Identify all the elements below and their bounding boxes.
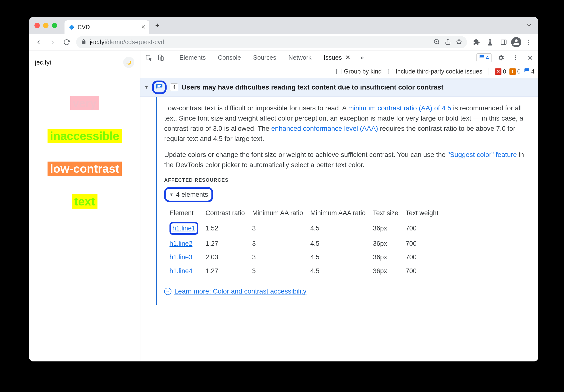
window-controls [34,23,57,28]
issue-header[interactable]: ▼ 4 Users may have difficulties reading … [140,78,538,97]
issue-paragraph-2: Update colors or change the font size or… [164,150,530,170]
col-element: Element [169,206,205,220]
svg-point-15 [515,59,516,60]
svg-rect-5 [501,40,506,44]
toolbar: jec.fyi/demo/cds-quest-cvd [29,34,538,50]
devtools-tab-bar: Elements Console Sources Network Issues … [140,50,538,65]
tab-elements[interactable]: Elements [174,50,211,65]
bookmark-icon[interactable] [456,39,462,46]
link-suggest-color[interactable]: "Suggest color" feature [447,151,517,158]
lock-icon [81,39,86,45]
svg-point-7 [528,40,530,41]
third-party-checkbox[interactable]: Include third-party cookie issues [388,68,482,75]
table-row: h1.line21.2734.536px700 [169,237,445,250]
content-area: jec.fyi 🌙 very inaccessible low-contrast… [29,50,538,362]
tab-close-button[interactable]: ✕ [141,24,146,30]
element-link[interactable]: h1.line1 [172,225,195,232]
favicon-icon: 🔷 [68,24,75,30]
inspect-element-icon[interactable] [143,52,154,63]
svg-point-9 [528,43,530,45]
tabs-dropdown-button[interactable] [526,22,533,29]
reload-button[interactable] [61,36,73,48]
dark-mode-toggle[interactable]: 🌙 [123,57,134,68]
share-icon[interactable] [445,39,451,46]
new-tab-button[interactable]: + [152,20,163,30]
issues-count-chip[interactable]: 4 [477,53,492,62]
sidepanel-icon[interactable] [497,36,510,48]
tab-title: CVD [78,24,138,30]
forward-button[interactable] [47,36,59,48]
tab-close-icon[interactable]: ✕ [345,54,351,61]
labs-icon[interactable] [484,36,496,48]
tab-issues[interactable]: Issues ✕ [318,50,356,65]
issue-paragraph-1: Low-contrast text is difficult or imposs… [164,103,530,144]
url-text: jec.fyi/demo/cds-quest-cvd [90,38,165,46]
minimize-window-button[interactable] [43,23,49,28]
elements-toggle[interactable]: ▼ 4 elements [164,187,213,202]
devtools-menu-icon[interactable] [510,52,521,63]
tab-console[interactable]: Console [212,50,246,65]
element-link[interactable]: h1.line3 [169,253,193,261]
demo-line-1: very [70,96,99,110]
link-aaa[interactable]: enhanced conformance level (AAA) [271,125,378,132]
element-link[interactable]: h1.line2 [169,240,193,247]
collapse-triangle-icon: ▼ [169,191,174,198]
svg-point-13 [515,55,516,56]
demo-text: very inaccessible low-contrast text [48,96,122,209]
issue-title: Users may have difficulties reading text… [182,84,443,91]
issues-list: ▼ 4 Users may have difficulties reading … [140,78,538,362]
svg-point-14 [515,57,516,58]
issue-kind-highlight [152,81,166,94]
devtools-panel: Elements Console Sources Network Issues … [140,50,538,362]
extensions-icon[interactable] [470,36,482,48]
devtools-close-icon[interactable] [525,52,535,63]
page-viewport: jec.fyi 🌙 very inaccessible low-contrast… [29,50,140,362]
demo-line-3: low-contrast [48,162,122,176]
col-aaa: Minimum AAA ratio [310,206,372,220]
svg-point-8 [528,42,530,43]
issue-body: Low-contrast text is difficult or imposs… [140,97,538,305]
zoom-icon[interactable] [434,39,440,46]
browser-tab[interactable]: 🔷 CVD ✕ [65,20,149,34]
address-bar[interactable]: jec.fyi/demo/cds-quest-cvd [76,36,467,48]
table-row: h1.line32.0334.536px700 [169,251,445,264]
page-brand: jec.fyi [35,59,51,66]
element-link[interactable]: h1.line4 [169,267,193,275]
col-weight: Text weight [406,206,445,220]
group-by-kind-checkbox[interactable]: Group by kind [336,68,382,75]
svg-line-1 [438,43,439,44]
warning-icon: ! [509,69,516,75]
profile-avatar[interactable] [511,37,521,47]
learn-more-link[interactable]: Learn more: Color and contrast accessibi… [174,286,306,296]
menu-icon[interactable] [523,36,535,48]
info-icon [524,68,530,75]
issue-counts: ✕0 !0 4 [495,68,535,75]
link-min-contrast[interactable]: minimum contrast ratio (AA) of 4.5 [348,104,451,112]
settings-icon[interactable] [496,52,506,63]
close-window-button[interactable] [34,23,40,28]
table-row: h1.line41.2734.536px700 [169,265,445,278]
tab-sources[interactable]: Sources [248,50,282,65]
moon-icon: 🌙 [126,60,131,65]
browser-window: 🔷 CVD ✕ + jec.fyi/demo/cds-quest-cvd [29,17,538,362]
collapse-triangle-icon[interactable]: ▼ [144,85,149,90]
maximize-window-button[interactable] [52,23,57,28]
affected-resources-label: AFFECTED RESOURCES [164,176,530,184]
learn-more-row: → Learn more: Color and contrast accessi… [164,286,530,296]
affected-elements-table: Element Contrast ratio Minimum AA ratio … [169,206,446,278]
col-size: Text size [373,206,405,220]
more-tabs-icon[interactable]: » [358,54,367,61]
svg-marker-4 [456,39,462,44]
col-aa: Minimum AA ratio [252,206,310,220]
col-contrast-ratio: Contrast ratio [206,206,252,220]
error-icon: ✕ [495,69,501,75]
back-button[interactable] [32,36,45,48]
tab-network[interactable]: Network [283,50,317,65]
demo-line-4: text [72,194,97,209]
message-icon [156,83,163,91]
tab-strip: 🔷 CVD ✕ + [29,17,538,34]
device-toolbar-icon[interactable] [155,52,166,63]
issues-filter-bar: Group by kind Include third-party cookie… [140,65,538,78]
message-icon [479,54,484,61]
issue-count-badge: 4 [170,84,178,91]
